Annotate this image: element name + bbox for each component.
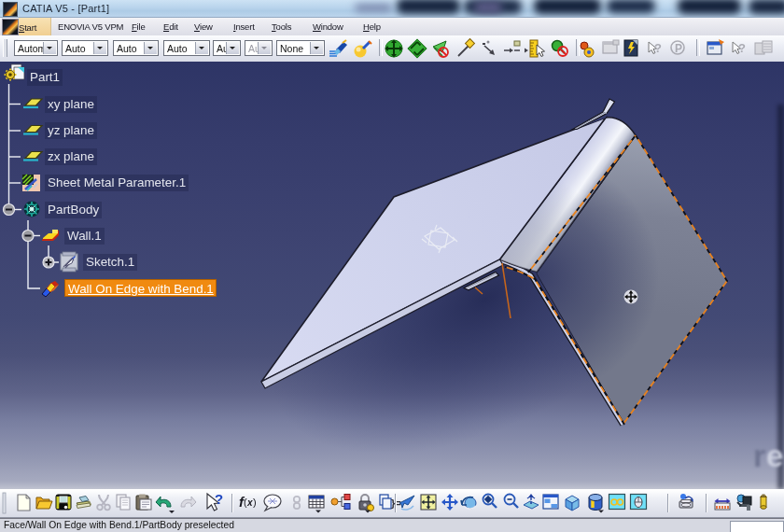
svg-text:?: ? bbox=[738, 41, 746, 55]
svg-text:?: ? bbox=[215, 491, 223, 507]
svg-text:?: ? bbox=[654, 41, 662, 55]
svg-text:): ) bbox=[253, 497, 257, 508]
svg-text:P: P bbox=[675, 42, 682, 55]
svg-text:x: x bbox=[246, 497, 253, 508]
